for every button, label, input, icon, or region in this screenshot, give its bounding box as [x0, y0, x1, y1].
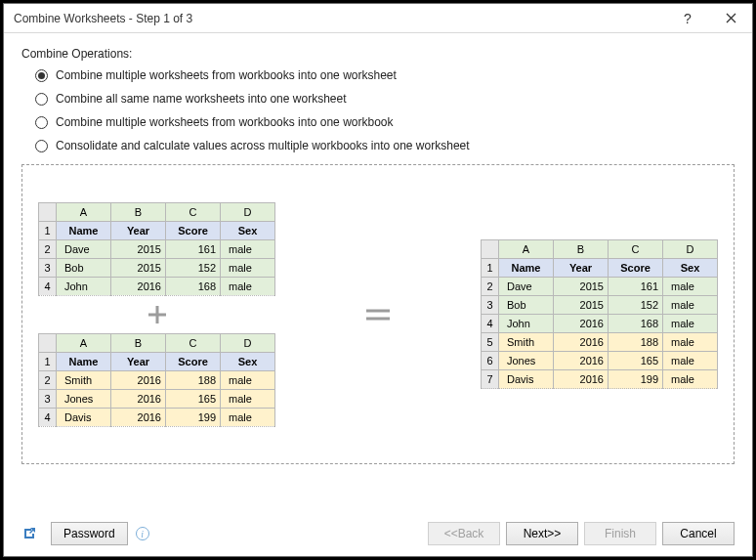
- mini-sheet: ABCD1NameYearScoreSex2Dave2015161male3Bo…: [38, 202, 275, 296]
- window-title: Combine Worksheets - Step 1 of 3: [14, 12, 192, 25]
- radio-dot: [35, 116, 48, 129]
- close-icon: [726, 13, 736, 23]
- cancel-button[interactable]: Cancel: [662, 522, 735, 545]
- radio-dot: [35, 140, 48, 152]
- mini-sheet: ABCD1NameYearScoreSex2Smith2016188male3J…: [38, 333, 275, 427]
- preview-box: ABCD1NameYearScoreSex2Dave2015161male3Bo…: [21, 164, 735, 464]
- radio-option-1[interactable]: Combine all same name worksheets into on…: [35, 92, 735, 106]
- radio-dot: [35, 69, 48, 82]
- back-button: <<Back: [428, 522, 500, 545]
- radio-label: Combine multiple worksheets from workboo…: [56, 115, 394, 129]
- info-icon[interactable]: i: [136, 527, 149, 540]
- radio-option-3[interactable]: Consolidate and calculate values across …: [35, 139, 735, 152]
- equals-icon: [364, 306, 392, 323]
- result-sheet: ABCD1NameYearScoreSex2Dave2015161male3Bo…: [481, 239, 718, 389]
- footer: Password i <<Back Next>> Finish Cancel: [4, 511, 752, 556]
- close-button[interactable]: [709, 4, 752, 33]
- radio-option-2[interactable]: Combine multiple worksheets from workboo…: [35, 115, 735, 129]
- titlebar: Combine Worksheets - Step 1 of 3 ?: [4, 4, 752, 33]
- radio-group: Combine multiple worksheets from workboo…: [21, 68, 735, 152]
- password-button[interactable]: Password: [51, 522, 128, 545]
- next-button[interactable]: Next>>: [506, 522, 578, 545]
- radio-dot: [35, 93, 48, 106]
- plus-icon: [147, 304, 168, 325]
- section-label: Combine Operations:: [21, 47, 735, 61]
- radio-label: Consolidate and calculate values across …: [56, 139, 470, 152]
- external-link-icon[interactable]: [21, 526, 37, 541]
- dialog-window: Combine Worksheets - Step 1 of 3 ? Combi…: [3, 3, 753, 557]
- left-stack: ABCD1NameYearScoreSex2Dave2015161male3Bo…: [38, 202, 275, 427]
- mini-sheet: ABCD1NameYearScoreSex2Dave2015161male3Bo…: [481, 239, 718, 389]
- finish-button: Finish: [584, 522, 656, 545]
- radio-option-0[interactable]: Combine multiple worksheets from workboo…: [35, 68, 735, 82]
- content-area: Combine Operations: Combine multiple wor…: [4, 33, 752, 464]
- equals-connector: [275, 306, 481, 323]
- help-button[interactable]: ?: [666, 4, 709, 33]
- radio-label: Combine multiple worksheets from workboo…: [56, 68, 397, 82]
- radio-label: Combine all same name worksheets into on…: [56, 92, 346, 106]
